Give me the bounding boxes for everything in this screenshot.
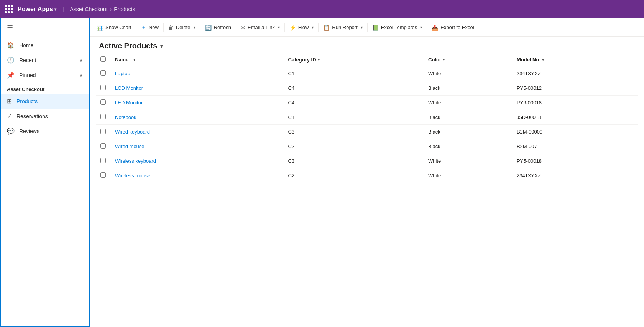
- new-button[interactable]: ＋ New: [137, 21, 163, 35]
- row-check-cell[interactable]: [96, 168, 110, 183]
- recent-icon: 🕐: [7, 56, 15, 64]
- email-link-chevron: ▾: [278, 25, 280, 30]
- row-model-cell: PY9-00018: [512, 96, 638, 110]
- app-name-chevron: ▾: [54, 7, 56, 12]
- flow-chevron: ▾: [312, 25, 314, 30]
- col-category-id[interactable]: Category ID ▾: [284, 53, 424, 66]
- row-model-cell: B2M-00009: [512, 125, 638, 139]
- row-check-cell[interactable]: [96, 139, 110, 154]
- new-label: New: [149, 25, 159, 30]
- show-chart-button[interactable]: 📊 Show Chart: [93, 21, 135, 35]
- table-header-row: Name ↑ ▾ Category ID ▾: [96, 53, 638, 66]
- row-check-cell[interactable]: [96, 66, 110, 81]
- row-color-cell: White: [424, 168, 512, 183]
- model-sort-chevron: ▾: [542, 58, 544, 62]
- table-row: Wired keyboard C3 Black B2M-00009: [96, 125, 638, 139]
- sidebar: ☰ 🏠 Home 🕐 Recent ∨ 📌 Pinned ∨ Asset Che…: [0, 18, 90, 327]
- excel-templates-label: Excel Templates: [381, 25, 417, 30]
- row-name-link[interactable]: Notebook: [115, 114, 136, 120]
- row-check-cell[interactable]: [96, 154, 110, 168]
- table-row: Wired mouse C2 Black B2M-007: [96, 139, 638, 154]
- name-sort-asc: ↑: [130, 58, 132, 62]
- toolbar-sep-3: [200, 23, 200, 32]
- home-icon: 🏠: [7, 41, 15, 49]
- breadcrumb: Asset Checkout › Products: [70, 6, 135, 12]
- row-check-cell[interactable]: [96, 81, 110, 96]
- toolbar-sep-6: [318, 23, 319, 32]
- email-link-button[interactable]: ✉ Email a Link ▾: [237, 21, 284, 35]
- row-checkbox-1[interactable]: [100, 85, 106, 90]
- row-name-cell: Wired keyboard: [110, 125, 284, 139]
- sidebar-item-reviews[interactable]: 💬 Reviews: [1, 124, 89, 139]
- row-checkbox-5[interactable]: [100, 143, 106, 149]
- products-icon: ⊞: [7, 97, 12, 105]
- table-row: Wireless mouse C2 White 2341XYXZ: [96, 168, 638, 183]
- sidebar-item-reviews-label: Reviews: [19, 128, 83, 134]
- name-sort-chevron: ▾: [133, 58, 135, 62]
- row-checkbox-0[interactable]: [100, 70, 106, 76]
- row-checkbox-7[interactable]: [100, 172, 106, 178]
- recent-chevron: ∨: [79, 58, 83, 63]
- row-category-cell: C1: [284, 66, 424, 81]
- row-check-cell[interactable]: [96, 125, 110, 139]
- export-excel-button[interactable]: 📤 Export to Excel: [428, 21, 478, 35]
- refresh-button[interactable]: 🔄 Refresh: [201, 21, 235, 35]
- row-name-link[interactable]: Laptop: [115, 71, 130, 76]
- row-category-cell: C3: [284, 125, 424, 139]
- table-row: Wireless keyboard C3 White PY5-00018: [96, 154, 638, 168]
- pinned-chevron: ∨: [79, 73, 83, 78]
- row-category-cell: C4: [284, 81, 424, 96]
- row-color-cell: Black: [424, 110, 512, 125]
- row-name-cell: LED Monitor: [110, 96, 284, 110]
- row-name-link[interactable]: LCD Monitor: [115, 85, 143, 91]
- col-model-no[interactable]: Model No. ▾: [512, 53, 638, 66]
- row-name-link[interactable]: LED Monitor: [115, 100, 143, 106]
- view-title-chevron[interactable]: ▾: [160, 43, 163, 49]
- sidebar-item-pinned[interactable]: 📌 Pinned ∨: [1, 68, 89, 83]
- row-color-cell: White: [424, 96, 512, 110]
- sidebar-item-home[interactable]: 🏠 Home: [1, 38, 89, 53]
- breadcrumb-nav1[interactable]: Asset Checkout: [70, 6, 108, 12]
- row-checkbox-6[interactable]: [100, 158, 106, 163]
- sidebar-item-recent-label: Recent: [19, 57, 75, 63]
- row-model-cell: B2M-007: [512, 139, 638, 154]
- view-title: Active Products: [99, 41, 157, 50]
- row-category-cell: C2: [284, 139, 424, 154]
- sidebar-item-reservations[interactable]: ✓ Reservations: [1, 109, 89, 124]
- col-name[interactable]: Name ↑ ▾: [110, 53, 284, 66]
- toolbar: 📊 Show Chart ＋ New 🗑 Delete ▾ 🔄 Refresh …: [90, 18, 644, 37]
- col-color[interactable]: Color ▾: [424, 53, 512, 66]
- run-report-button[interactable]: 📋 Run Report ▾: [319, 21, 366, 35]
- sidebar-section-title: Asset Checkout: [1, 83, 89, 94]
- row-name-cell: Wireless keyboard: [110, 154, 284, 168]
- sidebar-item-products[interactable]: ⊞ Products: [1, 94, 89, 109]
- row-name-link[interactable]: Wired keyboard: [115, 129, 150, 135]
- select-all-checkbox[interactable]: [100, 56, 106, 62]
- hamburger-button[interactable]: ☰: [1, 18, 89, 38]
- row-checkbox-3[interactable]: [100, 114, 106, 119]
- sidebar-item-recent[interactable]: 🕐 Recent ∨: [1, 53, 89, 68]
- row-checkbox-2[interactable]: [100, 99, 106, 105]
- app-name[interactable]: Power Apps ▾: [18, 6, 56, 13]
- refresh-label: Refresh: [214, 25, 232, 30]
- table-row: Laptop C1 White 2341XYXZ: [96, 66, 638, 81]
- row-category-cell: C1: [284, 110, 424, 125]
- toolbar-sep-4: [236, 23, 236, 32]
- row-color-cell: White: [424, 66, 512, 81]
- excel-templates-button[interactable]: 📗 Excel Templates ▾: [368, 21, 426, 35]
- row-check-cell[interactable]: [96, 110, 110, 125]
- row-name-link[interactable]: Wireless mouse: [115, 173, 150, 178]
- flow-button[interactable]: ⚡ Flow ▾: [286, 21, 317, 35]
- row-check-cell[interactable]: [96, 96, 110, 110]
- delete-chevron: ▾: [194, 25, 196, 30]
- app-grid-icon[interactable]: [5, 5, 13, 13]
- delete-button[interactable]: 🗑 Delete ▾: [164, 21, 199, 35]
- refresh-icon: 🔄: [205, 25, 212, 31]
- run-report-chevron: ▾: [361, 25, 363, 30]
- row-checkbox-4[interactable]: [100, 129, 106, 134]
- row-name-link[interactable]: Wireless keyboard: [115, 158, 156, 164]
- delete-label: Delete: [176, 25, 191, 30]
- row-name-link[interactable]: Wired mouse: [115, 144, 145, 149]
- table-body: Laptop C1 White 2341XYXZ LCD Monitor C4 …: [96, 66, 638, 183]
- row-color-cell: Black: [424, 139, 512, 154]
